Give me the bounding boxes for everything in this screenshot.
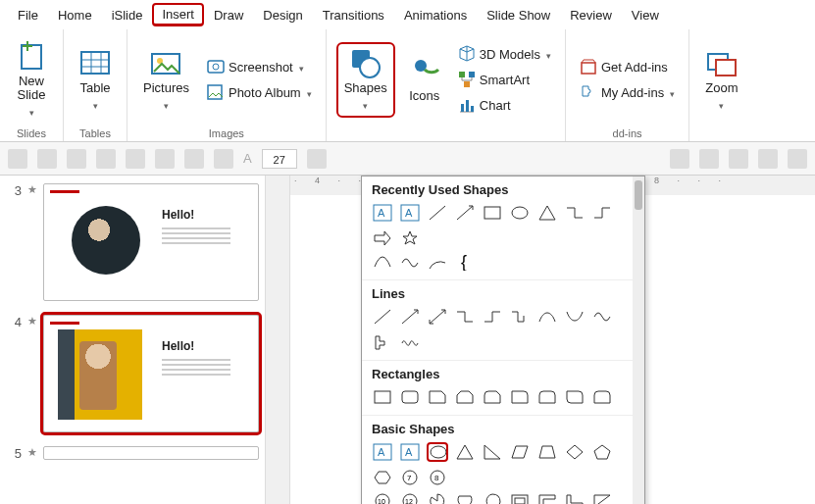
shape-oval[interactable] — [509, 203, 531, 223]
qt-item[interactable] — [758, 149, 778, 169]
shape-pie[interactable] — [427, 491, 448, 504]
shape-frame[interactable] — [509, 491, 531, 504]
3d-models-button[interactable]: 3D Models — [454, 43, 555, 65]
zoom-button[interactable]: Zoom — [699, 44, 743, 116]
shape-curve[interactable] — [536, 307, 558, 327]
qt-item[interactable] — [670, 149, 689, 169]
shape-freeform[interactable] — [372, 252, 393, 272]
shape-hexagon[interactable] — [372, 468, 393, 487]
tab-view[interactable]: View — [622, 4, 669, 26]
shape-elbow[interactable] — [454, 307, 476, 327]
shape-connector[interactable] — [564, 203, 586, 223]
chart-button[interactable]: Chart — [454, 94, 555, 116]
shape-connector2[interactable] — [591, 203, 613, 223]
shape-curve3[interactable] — [591, 307, 613, 327]
shape-diagonal[interactable] — [591, 491, 613, 504]
shape-elbow3[interactable] — [509, 307, 531, 327]
tab-file[interactable]: File — [8, 4, 48, 26]
get-addins-button[interactable]: Get Add-ins — [576, 56, 679, 77]
shape-arrow-line[interactable] — [454, 203, 476, 223]
smartart-button[interactable]: SmartArt — [454, 69, 555, 90]
shape-elbow2[interactable] — [482, 307, 503, 327]
tab-review[interactable]: Review — [560, 4, 622, 26]
gallery-scrollbar[interactable] — [633, 176, 644, 504]
shape-decagon[interactable]: 10 — [372, 491, 393, 504]
shape-freeform[interactable] — [372, 332, 393, 352]
shape-star[interactable] — [399, 228, 421, 248]
tab-transitions[interactable]: Transitions — [313, 4, 394, 26]
shape-arc[interactable] — [427, 252, 448, 272]
shape-rect-rounddiag[interactable] — [564, 387, 586, 407]
shape-octagon[interactable]: 8 — [427, 468, 448, 487]
shape-textbox[interactable]: A — [372, 442, 393, 462]
shape-scribble[interactable] — [399, 252, 421, 272]
shape-line-double[interactable] — [427, 307, 448, 327]
qt-item[interactable] — [96, 149, 116, 169]
shape-arrow-right[interactable] — [372, 228, 393, 248]
screenshot-button[interactable]: Screenshot — [203, 56, 316, 77]
shape-l[interactable] — [564, 491, 586, 504]
tab-animations[interactable]: Animations — [394, 4, 477, 26]
tab-insert[interactable]: Insert — [152, 3, 204, 26]
shape-rect-round1[interactable] — [509, 387, 531, 407]
shape-brace[interactable]: { — [454, 252, 476, 272]
shape-curve2[interactable] — [564, 307, 586, 327]
tab-slideshow[interactable]: Slide Show — [477, 4, 560, 26]
qt-item[interactable] — [788, 149, 807, 169]
shape-rect[interactable] — [372, 387, 393, 407]
qt-item[interactable] — [126, 149, 145, 169]
shape-textbox[interactable]: A — [372, 203, 393, 223]
shape-pentagon[interactable] — [591, 442, 613, 462]
photo-album-button[interactable]: Photo Album — [203, 81, 316, 103]
shape-dodecagon[interactable]: 12 — [399, 491, 421, 504]
slide-thumb-4[interactable]: 4 ★ Hello! — [4, 315, 261, 432]
icons-button[interactable]: Icons — [403, 52, 446, 107]
qt-item[interactable] — [214, 149, 233, 169]
table-button[interactable]: Table — [74, 44, 117, 116]
shape-teardrop[interactable] — [482, 491, 503, 504]
shape-rect-roundsame[interactable] — [591, 387, 613, 407]
shape-scribble[interactable] — [399, 332, 421, 352]
shape-line-arrow[interactable] — [399, 307, 421, 327]
slide-thumb-3[interactable]: 3 ★ Hello! — [4, 183, 261, 301]
shape-rect-snip1[interactable] — [427, 387, 448, 407]
shape-parallelogram[interactable] — [509, 442, 531, 462]
shape-rect-round[interactable] — [399, 387, 421, 407]
shape-half-frame[interactable] — [536, 491, 558, 504]
shapes-button[interactable]: Shapes — [336, 42, 395, 118]
shape-textbox-v[interactable]: A — [399, 203, 421, 223]
tab-home[interactable]: Home — [48, 4, 102, 26]
shape-rect[interactable] — [482, 203, 503, 223]
qt-item[interactable] — [699, 149, 719, 169]
shape-right-triangle[interactable] — [482, 442, 503, 462]
new-slide-button[interactable]: New Slide — [10, 37, 53, 123]
shape-rect-snip2[interactable] — [454, 387, 476, 407]
shape-heptagon[interactable]: 7 — [399, 468, 421, 487]
shape-oval[interactable] — [427, 442, 448, 462]
my-addins-button[interactable]: My Add-ins — [576, 81, 679, 103]
group-label-slides: Slides — [17, 126, 46, 139]
shape-line[interactable] — [427, 203, 448, 223]
slide-thumb-5[interactable]: 5 ★ — [4, 446, 261, 461]
qt-item[interactable] — [67, 149, 86, 169]
shape-textbox-v[interactable]: A — [399, 442, 421, 462]
shape-line[interactable] — [372, 307, 393, 327]
shape-rect-snipround[interactable] — [482, 387, 503, 407]
shape-triangle[interactable] — [536, 203, 558, 223]
qt-item[interactable] — [8, 149, 27, 169]
shape-chord[interactable] — [454, 491, 476, 504]
qt-item[interactable] — [37, 149, 57, 169]
pictures-button[interactable]: Pictures — [137, 44, 195, 116]
tab-draw[interactable]: Draw — [204, 4, 253, 26]
shape-diamond[interactable] — [564, 442, 586, 462]
shape-rect-round2[interactable] — [536, 387, 558, 407]
qt-item[interactable] — [155, 149, 175, 169]
shape-trapezoid[interactable] — [536, 442, 558, 462]
shape-triangle[interactable] — [454, 442, 476, 462]
qt-item[interactable] — [307, 149, 327, 169]
tab-design[interactable]: Design — [253, 4, 312, 26]
qt-item[interactable] — [729, 149, 748, 169]
qt-item[interactable] — [184, 149, 204, 169]
font-size-box[interactable]: 27 — [262, 149, 297, 169]
tab-islide[interactable]: iSlide — [102, 4, 153, 26]
